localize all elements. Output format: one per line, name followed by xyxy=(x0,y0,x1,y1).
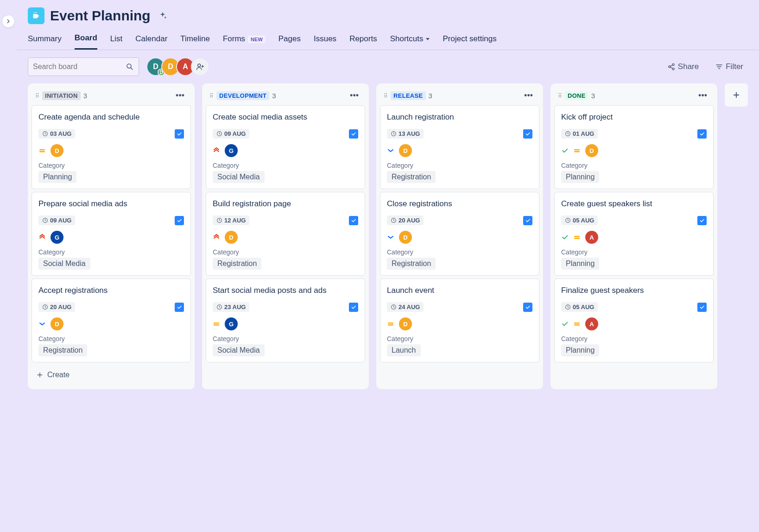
card[interactable]: Launch event24 AUGDCategoryLaunch xyxy=(380,279,539,362)
assignee-avatar[interactable]: D xyxy=(51,317,63,330)
assignee-avatar[interactable]: A xyxy=(585,317,598,330)
column-more-button[interactable]: ••• xyxy=(173,91,187,101)
card[interactable]: Close registrations20 AUGDCategoryRegist… xyxy=(380,192,539,276)
due-date-text: 05 AUG xyxy=(573,217,594,224)
due-date-chip: 05 AUG xyxy=(561,302,598,312)
tab-timeline[interactable]: Timeline xyxy=(180,31,210,49)
assignee-avatar[interactable]: D xyxy=(51,144,63,157)
share-button[interactable]: Share xyxy=(663,59,703,74)
task-type-icon xyxy=(697,216,707,225)
card[interactable]: Create agenda and schedule03 AUGDCategor… xyxy=(32,105,191,189)
svg-rect-29 xyxy=(574,323,580,324)
category-value: Registration xyxy=(387,258,436,270)
card-title: Finalize guest speakers xyxy=(561,285,707,296)
card-meta: D xyxy=(38,144,184,157)
filter-button[interactable]: Filter xyxy=(711,59,748,74)
search-box[interactable] xyxy=(28,57,139,76)
assignee-avatar[interactable]: D xyxy=(399,231,412,244)
due-date-text: 05 AUG xyxy=(573,304,594,310)
column-title[interactable]: INITIATION xyxy=(42,91,81,100)
tab-forms[interactable]: FormsNEW xyxy=(223,31,266,49)
tab-pages[interactable]: Pages xyxy=(278,31,301,49)
clock-icon xyxy=(216,131,222,137)
category-label: Category xyxy=(561,162,707,169)
tab-list[interactable]: List xyxy=(110,31,122,49)
task-type-icon xyxy=(349,129,358,139)
card-title: Create guest speakers list xyxy=(561,199,707,209)
assignee-avatar[interactable]: D xyxy=(399,144,412,157)
card[interactable]: Start social media posts and ads23 AUGGC… xyxy=(206,279,365,362)
assignee-avatar[interactable]: G xyxy=(225,144,238,157)
due-date-text: 12 AUG xyxy=(224,217,246,224)
add-column-button[interactable] xyxy=(725,83,748,107)
tab-summary[interactable]: Summary xyxy=(28,31,62,49)
column-more-button[interactable]: ••• xyxy=(696,91,710,101)
due-date-chip: 20 AUG xyxy=(38,302,75,312)
tab-shortcuts[interactable]: Shortcuts xyxy=(390,31,430,49)
column-more-button[interactable]: ••• xyxy=(347,91,361,101)
svg-rect-24 xyxy=(574,151,580,152)
drag-handle-icon[interactable]: ⠿ xyxy=(209,93,214,99)
project-icon xyxy=(28,7,44,24)
tab-calendar[interactable]: Calendar xyxy=(135,31,167,49)
task-type-icon xyxy=(697,129,707,139)
card[interactable]: Create social media assets09 AUGGCategor… xyxy=(206,105,365,189)
task-type-icon xyxy=(349,216,358,225)
drag-handle-icon[interactable]: ⠿ xyxy=(558,93,562,99)
card[interactable]: Accept registrations20 AUGDCategoryRegis… xyxy=(32,279,191,362)
card[interactable]: Launch registration13 AUGDCategoryRegist… xyxy=(380,105,539,189)
assignee-avatar[interactable]: D xyxy=(225,231,238,244)
tab-issues[interactable]: Issues xyxy=(314,31,336,49)
add-member-button[interactable] xyxy=(191,57,209,76)
category-value: Registration xyxy=(38,344,87,356)
add-people-icon xyxy=(196,63,204,71)
card[interactable]: Finalize guest speakers05 AUGACategoryPl… xyxy=(554,279,714,362)
assignee-avatar[interactable]: G xyxy=(225,317,238,330)
card-meta: G xyxy=(213,317,358,330)
expand-sidebar-button[interactable] xyxy=(2,15,15,28)
search-input[interactable] xyxy=(33,63,126,71)
card-meta: D xyxy=(387,231,532,244)
assignee-avatar[interactable]: G xyxy=(51,231,63,244)
card-title: Kick off project xyxy=(561,112,707,122)
clock-icon xyxy=(391,304,397,310)
clock-icon xyxy=(391,131,397,137)
drag-handle-icon[interactable]: ⠿ xyxy=(35,93,39,99)
category-label: Category xyxy=(213,162,358,169)
column-title[interactable]: DONE xyxy=(565,91,588,100)
tab-board[interactable]: Board xyxy=(75,30,97,50)
category-label: Category xyxy=(387,335,532,342)
tab-reports[interactable]: Reports xyxy=(349,31,377,49)
filter-icon xyxy=(715,63,723,70)
card-meta: D xyxy=(213,231,358,244)
plus-icon xyxy=(732,91,740,99)
svg-rect-20 xyxy=(388,323,393,324)
due-date-text: 09 AUG xyxy=(50,217,71,224)
svg-rect-30 xyxy=(574,324,580,326)
column-release: ⠿RELEASE3•••Launch registration13 AUGDCa… xyxy=(376,83,543,389)
column-title[interactable]: RELEASE xyxy=(391,91,426,100)
due-date-text: 09 AUG xyxy=(224,130,246,137)
nav-tabs: SummaryBoardListCalendarTimelineFormsNEW… xyxy=(17,26,759,50)
column-initiation: ⠿INITIATION3•••Create agenda and schedul… xyxy=(28,83,195,389)
priority-medium-icon xyxy=(573,320,581,328)
drag-handle-icon[interactable]: ⠿ xyxy=(384,93,388,99)
share-label: Share xyxy=(678,62,699,71)
card[interactable]: Kick off project01 AUGDCategoryPlanning xyxy=(554,105,714,189)
card[interactable]: Create guest speakers list05 AUGACategor… xyxy=(554,192,714,276)
tab-project-settings[interactable]: Project settings xyxy=(443,31,496,49)
card[interactable]: Prepare social media ads09 AUGGCategoryS… xyxy=(32,192,191,276)
card[interactable]: Build registration page12 AUGDCategoryRe… xyxy=(206,192,365,276)
ai-sparkle-button[interactable] xyxy=(156,9,169,22)
assignee-avatar[interactable]: D xyxy=(399,317,412,330)
assignee-avatar[interactable]: A xyxy=(585,231,598,244)
svg-rect-16 xyxy=(214,324,219,326)
create-card-button[interactable]: Create xyxy=(32,365,191,385)
column-title[interactable]: DEVELOPMENT xyxy=(216,91,269,100)
assignee-avatar[interactable]: D xyxy=(585,144,598,157)
column-more-button[interactable]: ••• xyxy=(521,91,536,101)
plus-icon xyxy=(36,371,44,379)
priority-low-icon xyxy=(38,320,46,328)
category-label: Category xyxy=(387,248,532,256)
task-type-icon xyxy=(175,216,184,225)
